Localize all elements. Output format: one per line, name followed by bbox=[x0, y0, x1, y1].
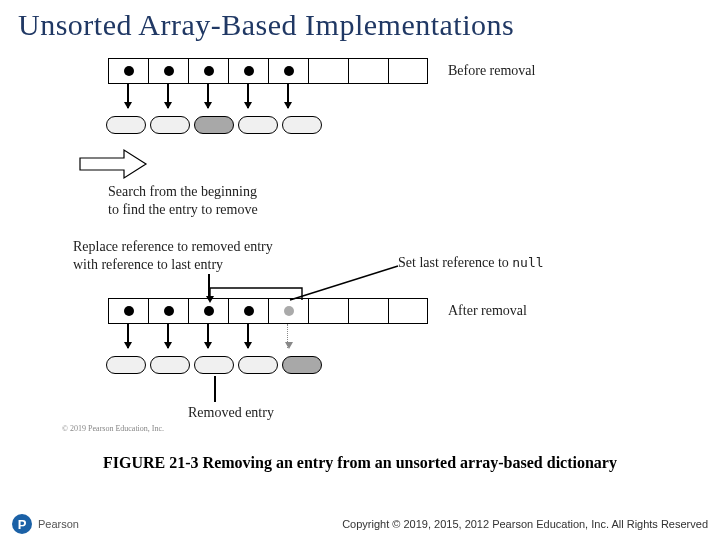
move-bracket bbox=[198, 280, 318, 306]
dotted-arrow-icon bbox=[287, 324, 289, 348]
footer: P Pearson Copyright © 2019, 2015, 2012 P… bbox=[0, 514, 720, 534]
diagram: Before removal Search from the beginning… bbox=[18, 48, 698, 458]
brand-name: Pearson bbox=[38, 518, 79, 530]
entries-before bbox=[106, 116, 322, 134]
pearson-logo-icon: P bbox=[12, 514, 32, 534]
entry-to-remove bbox=[194, 116, 234, 134]
removed-entry-pill bbox=[282, 356, 322, 374]
copyright-text: Copyright © 2019, 2015, 2012 Pearson Edu… bbox=[342, 518, 708, 530]
label-removed-entry: Removed entry bbox=[188, 404, 274, 422]
svg-marker-1 bbox=[206, 296, 214, 303]
array-before bbox=[108, 58, 428, 84]
arrows-after bbox=[108, 324, 308, 348]
label-set-null: Set last reference to null bbox=[398, 254, 544, 272]
search-arrow-icon bbox=[78, 148, 148, 180]
label-after-removal: After removal bbox=[448, 302, 527, 320]
page-title: Unsorted Array-Based Implementations bbox=[18, 8, 702, 42]
image-copyright: © 2019 Pearson Education, Inc. bbox=[62, 424, 164, 434]
label-replace: Replace reference to removed entrywith r… bbox=[73, 238, 273, 273]
leader-removed bbox=[214, 376, 216, 402]
entries-after bbox=[106, 356, 322, 374]
label-before-removal: Before removal bbox=[448, 62, 535, 80]
label-search: Search from the beginningto find the ent… bbox=[108, 183, 258, 218]
arrows-before bbox=[108, 84, 308, 108]
null-slot bbox=[284, 306, 294, 316]
